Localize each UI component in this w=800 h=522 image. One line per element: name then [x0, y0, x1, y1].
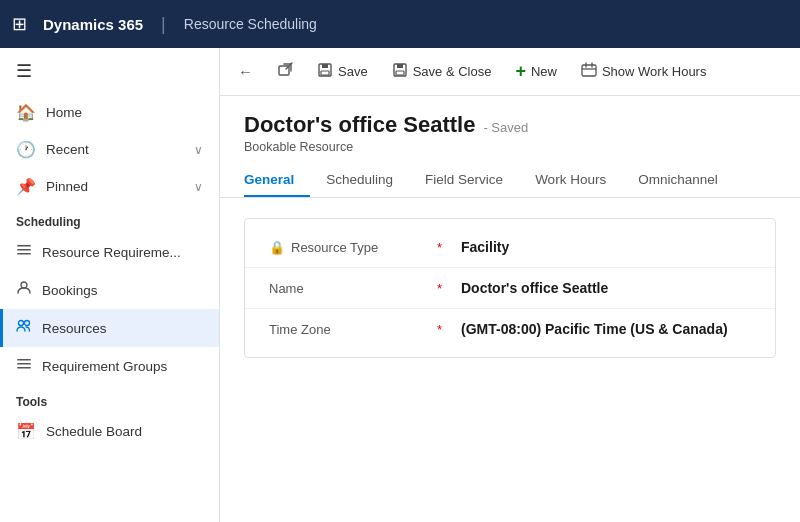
save-close-label: Save & Close [413, 64, 492, 79]
sidebar-item-schedule-board[interactable]: 📅 Schedule Board [0, 413, 219, 450]
popout-icon [277, 62, 293, 81]
form-row-name: Name * Doctor's office Seattle [245, 268, 775, 309]
list-icon [16, 242, 32, 262]
form-row-time-zone: Time Zone * (GMT-08:00) Pacific Time (US… [245, 309, 775, 349]
svg-rect-14 [397, 64, 403, 68]
record-saved-status: - Saved [483, 120, 528, 135]
home-icon: 🏠 [16, 103, 36, 122]
waffle-icon[interactable]: ⊞ [12, 13, 27, 35]
hamburger-button[interactable]: ☰ [0, 48, 219, 94]
chevron-down-icon: ∨ [194, 143, 203, 157]
new-label: New [531, 64, 557, 79]
tools-section-label: Tools [0, 385, 219, 413]
content-area: ← Save Save & Close + New [220, 48, 800, 522]
pin-icon: 📌 [16, 177, 36, 196]
tab-omnichannel[interactable]: Omnichannel [622, 164, 734, 197]
lock-icon: 🔒 [269, 240, 285, 255]
sidebar-item-label: Home [46, 105, 82, 120]
recent-icon: 🕐 [16, 140, 36, 159]
save-button[interactable]: Save [307, 57, 378, 86]
name-value[interactable]: Doctor's office Seattle [461, 280, 608, 296]
form-card: 🔒 Resource Type * Facility Name * Doctor… [244, 218, 776, 358]
svg-rect-15 [396, 71, 404, 75]
app-title: Dynamics 365 [43, 16, 143, 33]
module-title: Resource Scheduling [184, 16, 317, 32]
back-button[interactable]: ← [228, 58, 263, 85]
sidebar-item-label: Requirement Groups [42, 359, 167, 374]
required-indicator: * [437, 281, 453, 296]
svg-rect-7 [17, 363, 31, 365]
save-close-icon [392, 62, 408, 81]
svg-point-5 [25, 321, 30, 326]
tab-scheduling[interactable]: Scheduling [310, 164, 409, 197]
save-label: Save [338, 64, 368, 79]
form-area: 🔒 Resource Type * Facility Name * Doctor… [220, 198, 800, 522]
sidebar-item-pinned[interactable]: 📌 Pinned ∨ [0, 168, 219, 205]
svg-point-4 [19, 321, 24, 326]
tabs: General Scheduling Field Service Work Ho… [220, 164, 800, 198]
sidebar-item-resources[interactable]: Resources [0, 309, 219, 347]
back-icon: ← [238, 63, 253, 80]
bookings-icon [16, 280, 32, 300]
svg-point-3 [21, 282, 27, 288]
sidebar: ☰ 🏠 Home 🕐 Recent ∨ 📌 Pinned ∨ Schedulin… [0, 48, 220, 522]
toolbar: ← Save Save & Close + New [220, 48, 800, 96]
svg-rect-12 [321, 71, 329, 75]
tab-field-service[interactable]: Field Service [409, 164, 519, 197]
sidebar-item-home[interactable]: 🏠 Home [0, 94, 219, 131]
calendar-icon [581, 62, 597, 81]
tab-work-hours[interactable]: Work Hours [519, 164, 622, 197]
sidebar-item-resource-requirements[interactable]: Resource Requireme... [0, 233, 219, 271]
svg-rect-0 [17, 245, 31, 247]
svg-rect-1 [17, 249, 31, 251]
save-close-button[interactable]: Save & Close [382, 57, 502, 86]
sidebar-item-label: Resources [42, 321, 107, 336]
required-indicator: * [437, 240, 453, 255]
name-label: Name [269, 281, 304, 296]
resource-type-value[interactable]: Facility [461, 239, 509, 255]
sidebar-item-label: Recent [46, 142, 89, 157]
sidebar-item-label: Resource Requireme... [42, 245, 181, 260]
sidebar-item-recent[interactable]: 🕐 Recent ∨ [0, 131, 219, 168]
show-work-hours-button[interactable]: Show Work Hours [571, 57, 717, 86]
sidebar-item-label: Bookings [42, 283, 98, 298]
form-row-resource-type: 🔒 Resource Type * Facility [245, 227, 775, 268]
sidebar-item-requirement-groups[interactable]: Requirement Groups [0, 347, 219, 385]
tab-general[interactable]: General [244, 164, 310, 197]
scheduling-section-label: Scheduling [0, 205, 219, 233]
resources-icon [16, 318, 32, 338]
required-indicator: * [437, 322, 453, 337]
svg-rect-6 [17, 359, 31, 361]
time-zone-label: Time Zone [269, 322, 331, 337]
chevron-down-icon: ∨ [194, 180, 203, 194]
svg-rect-8 [17, 367, 31, 369]
sidebar-item-bookings[interactable]: Bookings [0, 271, 219, 309]
main-layout: ☰ 🏠 Home 🕐 Recent ∨ 📌 Pinned ∨ Schedulin… [0, 48, 800, 522]
top-nav: ⊞ Dynamics 365 | Resource Scheduling [0, 0, 800, 48]
record-title: Doctor's office Seattle [244, 112, 475, 138]
svg-rect-11 [322, 64, 328, 68]
time-zone-value[interactable]: (GMT-08:00) Pacific Time (US & Canada) [461, 321, 728, 337]
record-subtitle: Bookable Resource [244, 140, 776, 154]
show-work-hours-label: Show Work Hours [602, 64, 707, 79]
new-button[interactable]: + New [505, 56, 567, 87]
record-header: Doctor's office Seattle - Saved Bookable… [220, 96, 800, 154]
sidebar-item-label: Pinned [46, 179, 88, 194]
svg-rect-16 [582, 65, 596, 76]
nav-divider: | [161, 14, 166, 35]
save-icon [317, 62, 333, 81]
calendar-icon: 📅 [16, 422, 36, 441]
new-icon: + [515, 61, 526, 82]
resource-type-label: Resource Type [291, 240, 378, 255]
requirement-groups-icon [16, 356, 32, 376]
svg-rect-2 [17, 253, 31, 255]
sidebar-item-label: Schedule Board [46, 424, 142, 439]
popout-button[interactable] [267, 57, 303, 86]
